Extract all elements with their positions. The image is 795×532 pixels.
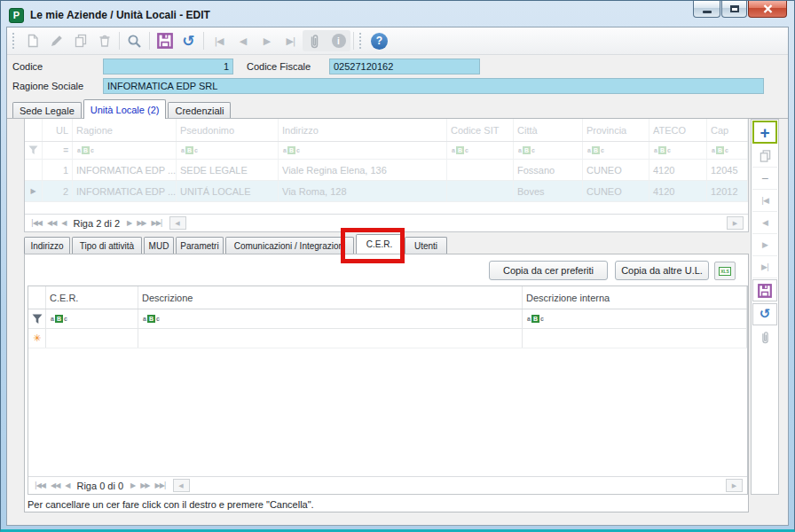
tab-parametri[interactable]: Parametri [176, 237, 224, 254]
tab-mud[interactable]: MUD [144, 237, 174, 254]
page-first-icon[interactable]: |◀◀ [35, 481, 45, 489]
cer-grid-pagination: |◀◀ ◀◀ ◀ Riga 0 di 0 ▶ ▶▶ ▶▶| ◀ ▶ [28, 476, 747, 494]
header-descrizione-interna[interactable]: Descrizione interna [523, 286, 747, 309]
page-next-icon[interactable]: ▶ [130, 481, 135, 489]
side-next-button[interactable]: ▶ [752, 234, 777, 256]
search-button[interactable] [122, 30, 146, 51]
copy-record-button[interactable] [68, 30, 92, 51]
attachments-button[interactable] [303, 30, 327, 51]
title-bar[interactable]: P Le mie Aziende / Unità Locali - EDIT [9, 5, 652, 25]
tab-cer[interactable]: C.E.R. [356, 234, 403, 254]
page-prev-icon[interactable]: ◀ [65, 481, 69, 489]
next-record-button[interactable]: ▶ [255, 30, 279, 51]
cell-ragione: INFORMATICA EDP ... [73, 160, 177, 180]
abc-filter-icon[interactable]: aBc [180, 146, 199, 154]
abc-filter-icon[interactable]: aBc [76, 146, 95, 154]
undo-button[interactable]: ↺ [177, 30, 201, 51]
side-undo-button[interactable]: ↺ [752, 303, 777, 325]
filter-funnel-icon[interactable] [32, 314, 43, 325]
page-prev-icon[interactable]: ◀ [61, 219, 66, 227]
edit-record-button[interactable] [44, 30, 68, 51]
tab-utenti[interactable]: Utenti [405, 237, 447, 254]
maximize-button[interactable] [721, 1, 747, 18]
toolbar-separator [119, 32, 120, 50]
header-indirizzo[interactable]: Indirizzo [279, 119, 447, 141]
scroll-left-icon: ◀ [178, 482, 183, 489]
side-prev-button[interactable]: ◀ [752, 212, 777, 234]
header-descrizione[interactable]: Descrizione [138, 286, 523, 309]
close-button[interactable] [748, 1, 787, 18]
header-ragione[interactable]: Ragione [73, 119, 177, 141]
previous-record-button[interactable]: ◀ [231, 30, 255, 51]
hscroll-left-button[interactable]: ◀ [169, 216, 186, 230]
codice-fiscale-field[interactable]: 02527120162 [329, 59, 480, 74]
next-record-icon: ▶ [264, 35, 270, 47]
abc-filter-icon[interactable]: aBc [711, 146, 729, 154]
add-unit-button[interactable]: + [752, 121, 777, 144]
abc-filter-icon[interactable]: aBc [586, 146, 605, 154]
page-last-icon[interactable]: ▶▶| [155, 481, 166, 489]
first-record-button[interactable]: |◀ [207, 30, 231, 51]
abc-filter-icon[interactable]: aBc [517, 146, 536, 154]
tab-credenziali[interactable]: Credenziali [168, 102, 231, 119]
abc-filter-icon[interactable]: aBc [451, 146, 469, 154]
header-codice-sit[interactable]: Codice SIT [447, 119, 514, 141]
page-fast-next-icon[interactable]: ▶▶ [137, 219, 146, 227]
info-button[interactable]: i [327, 30, 350, 51]
header-provincia[interactable]: Provincia [583, 119, 649, 141]
save-button[interactable] [153, 30, 177, 51]
hscroll-right-button[interactable]: ▶ [726, 479, 743, 492]
export-xls-button[interactable]: XLS [714, 262, 736, 280]
copy-from-other-ul-button[interactable]: Copia da altre U.L. [615, 261, 709, 280]
header-cer[interactable]: C.E.R. [46, 286, 138, 309]
hscroll-left-button[interactable]: ◀ [173, 479, 190, 492]
units-grid-row-2-selected[interactable]: ▶ 2 INFORMATICA EDP ... UNITÁ LOCALE Via… [25, 181, 748, 202]
delete-record-button[interactable] [92, 30, 116, 51]
abc-filter-icon[interactable]: aBc [50, 315, 68, 323]
new-record-button[interactable] [20, 30, 44, 51]
tab-comunicazioni-integrazioni[interactable]: Comunicazioni / Integrazioni [225, 237, 354, 254]
side-save-button[interactable] [752, 279, 777, 301]
toolbar-grip[interactable] [12, 33, 18, 49]
page-last-icon[interactable]: ▶▶| [152, 219, 162, 227]
cer-grid-new-row[interactable]: ✳ [28, 329, 747, 348]
page-next-icon[interactable]: ▶ [127, 219, 131, 227]
abc-filter-icon[interactable]: aBc [282, 146, 301, 154]
header-ateco[interactable]: ATECO [649, 119, 707, 141]
remove-unit-button[interactable]: − [752, 168, 777, 190]
tab-unita-locale[interactable]: Unità Locale (2) [83, 99, 167, 119]
header-pseudonimo[interactable]: Pseudonimo [177, 119, 279, 141]
save-floppy-icon [157, 33, 173, 49]
abc-filter-icon[interactable]: aBc [526, 315, 545, 323]
tab-tipo-di-attivita[interactable]: Tipo di attività [72, 237, 142, 254]
page-fast-next-icon[interactable]: ▶▶ [140, 481, 149, 489]
header-citta[interactable]: Città [514, 119, 583, 141]
current-row-marker-icon: ▶ [30, 187, 35, 195]
pencil-icon [50, 34, 64, 48]
header-cap[interactable]: Cap [707, 119, 748, 141]
abc-filter-icon[interactable]: aBc [653, 146, 672, 154]
side-first-button[interactable]: |◀ [752, 190, 777, 212]
side-attachments-button[interactable] [752, 326, 777, 348]
filter-funnel-icon[interactable] [28, 145, 38, 155]
codice-field[interactable]: 1 [103, 59, 233, 74]
toolbar-separator [203, 32, 204, 50]
duplicate-unit-button[interactable] [752, 145, 777, 168]
toolbar-grip[interactable] [359, 33, 365, 49]
side-last-button[interactable]: ▶| [752, 256, 777, 278]
page-first-icon[interactable]: |◀◀ [31, 219, 42, 227]
help-button[interactable]: ? [367, 30, 391, 51]
page-fast-prev-icon[interactable]: ◀◀ [47, 219, 56, 227]
hscroll-right-button[interactable]: ▶ [727, 216, 744, 230]
abc-filter-icon[interactable]: aBc [142, 315, 161, 323]
ragione-sociale-field[interactable]: INFORMATICA EDP SRL [103, 78, 764, 94]
minimize-button[interactable] [693, 1, 720, 18]
tab-sede-legale[interactable]: Sede Legale [12, 102, 82, 119]
equals-filter-icon[interactable]: = [63, 145, 68, 155]
tab-indirizzo[interactable]: Indirizzo [24, 237, 70, 254]
last-record-button[interactable]: ▶| [279, 30, 303, 51]
header-ul[interactable]: UL [43, 119, 73, 141]
copy-from-favorites-button[interactable]: Copia da cer preferiti [489, 261, 608, 280]
units-grid-row-1[interactable]: 1 INFORMATICA EDP ... SEDE LEGALE Viale … [25, 160, 748, 181]
page-fast-prev-icon[interactable]: ◀◀ [51, 481, 59, 489]
